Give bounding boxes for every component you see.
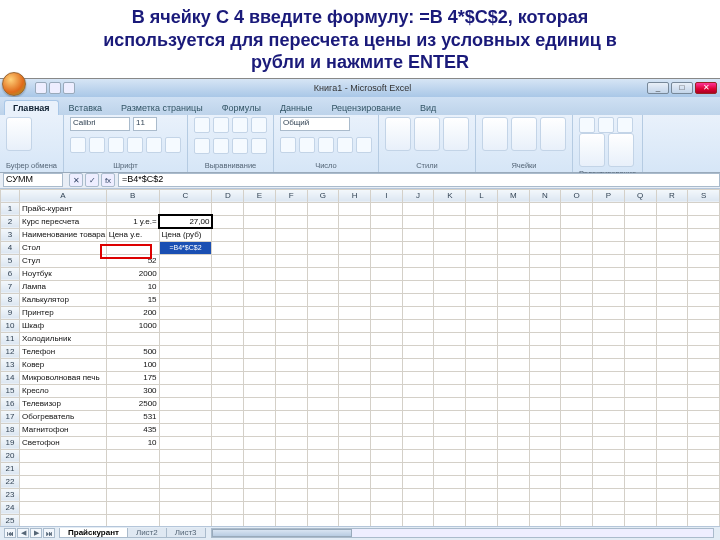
cell-O22[interactable] bbox=[561, 475, 593, 488]
align-mid-button[interactable] bbox=[213, 117, 229, 133]
cell-N11[interactable] bbox=[529, 332, 561, 345]
col-header-Q[interactable]: Q bbox=[624, 189, 656, 202]
cell-E22[interactable] bbox=[244, 475, 276, 488]
cell-M14[interactable] bbox=[497, 371, 529, 384]
select-all-cell[interactable] bbox=[1, 189, 20, 202]
cell-I9[interactable] bbox=[371, 306, 403, 319]
col-header-M[interactable]: M bbox=[497, 189, 529, 202]
cell-N25[interactable] bbox=[529, 514, 561, 526]
cell-O19[interactable] bbox=[561, 436, 593, 449]
cell-A21[interactable] bbox=[20, 462, 107, 475]
cell-I17[interactable] bbox=[371, 410, 403, 423]
cell-L1[interactable] bbox=[466, 202, 498, 215]
cell-O2[interactable] bbox=[561, 215, 593, 228]
cell-R7[interactable] bbox=[656, 280, 688, 293]
cell-H12[interactable] bbox=[339, 345, 371, 358]
cell-K1[interactable] bbox=[434, 202, 466, 215]
cell-Q5[interactable] bbox=[624, 254, 656, 267]
row-header-5[interactable]: 5 bbox=[1, 254, 20, 267]
cell-P24[interactable] bbox=[593, 501, 625, 514]
cell-O10[interactable] bbox=[561, 319, 593, 332]
cell-K11[interactable] bbox=[434, 332, 466, 345]
col-header-D[interactable]: D bbox=[212, 189, 244, 202]
cell-O14[interactable] bbox=[561, 371, 593, 384]
cell-E18[interactable] bbox=[244, 423, 276, 436]
cell-N14[interactable] bbox=[529, 371, 561, 384]
cell-P22[interactable] bbox=[593, 475, 625, 488]
cell-C3[interactable]: Цена (руб) bbox=[159, 228, 212, 241]
cell-K9[interactable] bbox=[434, 306, 466, 319]
italic-button[interactable] bbox=[89, 137, 105, 153]
sheet-nav-first[interactable]: ⏮ bbox=[4, 528, 16, 538]
cell-F6[interactable] bbox=[275, 267, 307, 280]
cell-F21[interactable] bbox=[275, 462, 307, 475]
cell-B3[interactable]: Цена у.е. bbox=[106, 228, 159, 241]
cell-A1[interactable]: Прайс-курант bbox=[20, 202, 107, 215]
cell-P10[interactable] bbox=[593, 319, 625, 332]
scrollbar-thumb[interactable] bbox=[212, 529, 352, 537]
cell-G7[interactable] bbox=[307, 280, 339, 293]
merge-button[interactable] bbox=[251, 138, 267, 154]
cell-D12[interactable] bbox=[212, 345, 244, 358]
cell-G16[interactable] bbox=[307, 397, 339, 410]
cell-C15[interactable] bbox=[159, 384, 212, 397]
cell-L6[interactable] bbox=[466, 267, 498, 280]
cell-G2[interactable] bbox=[307, 215, 339, 228]
cell-D21[interactable] bbox=[212, 462, 244, 475]
cell-O15[interactable] bbox=[561, 384, 593, 397]
cell-P9[interactable] bbox=[593, 306, 625, 319]
cell-M3[interactable] bbox=[497, 228, 529, 241]
cell-P8[interactable] bbox=[593, 293, 625, 306]
cell-I13[interactable] bbox=[371, 358, 403, 371]
cell-K20[interactable] bbox=[434, 449, 466, 462]
cell-H13[interactable] bbox=[339, 358, 371, 371]
cell-S15[interactable] bbox=[688, 384, 720, 397]
cell-H5[interactable] bbox=[339, 254, 371, 267]
cell-A18[interactable]: Магнитофон bbox=[20, 423, 107, 436]
cell-P4[interactable] bbox=[593, 241, 625, 254]
cell-R19[interactable] bbox=[656, 436, 688, 449]
cell-J4[interactable] bbox=[402, 241, 434, 254]
cell-O23[interactable] bbox=[561, 488, 593, 501]
fill-color-button[interactable] bbox=[146, 137, 162, 153]
cell-Q8[interactable] bbox=[624, 293, 656, 306]
cell-B10[interactable]: 1000 bbox=[106, 319, 159, 332]
cell-L16[interactable] bbox=[466, 397, 498, 410]
cell-J7[interactable] bbox=[402, 280, 434, 293]
cell-R6[interactable] bbox=[656, 267, 688, 280]
cell-H19[interactable] bbox=[339, 436, 371, 449]
cell-R17[interactable] bbox=[656, 410, 688, 423]
cell-G3[interactable] bbox=[307, 228, 339, 241]
cell-C19[interactable] bbox=[159, 436, 212, 449]
cell-M24[interactable] bbox=[497, 501, 529, 514]
cell-O17[interactable] bbox=[561, 410, 593, 423]
cell-E7[interactable] bbox=[244, 280, 276, 293]
align-left-button[interactable] bbox=[194, 138, 210, 154]
row-header-24[interactable]: 24 bbox=[1, 501, 20, 514]
col-header-H[interactable]: H bbox=[339, 189, 371, 202]
align-top-button[interactable] bbox=[194, 117, 210, 133]
cell-L19[interactable] bbox=[466, 436, 498, 449]
cell-G11[interactable] bbox=[307, 332, 339, 345]
cell-styles-button[interactable] bbox=[443, 117, 469, 151]
cell-C12[interactable] bbox=[159, 345, 212, 358]
cell-A23[interactable] bbox=[20, 488, 107, 501]
cell-Q7[interactable] bbox=[624, 280, 656, 293]
cell-M13[interactable] bbox=[497, 358, 529, 371]
cell-E12[interactable] bbox=[244, 345, 276, 358]
qa-save-icon[interactable] bbox=[35, 82, 47, 94]
cell-J17[interactable] bbox=[402, 410, 434, 423]
cell-E13[interactable] bbox=[244, 358, 276, 371]
cell-A20[interactable] bbox=[20, 449, 107, 462]
cell-L17[interactable] bbox=[466, 410, 498, 423]
cell-L11[interactable] bbox=[466, 332, 498, 345]
cell-N10[interactable] bbox=[529, 319, 561, 332]
cell-D2[interactable] bbox=[212, 215, 244, 228]
cell-D14[interactable] bbox=[212, 371, 244, 384]
spreadsheet-grid[interactable]: ABCDEFGHIJKLMNOPQRS1Прайс-курант2Курс пе… bbox=[0, 189, 720, 526]
cell-J14[interactable] bbox=[402, 371, 434, 384]
cell-Q20[interactable] bbox=[624, 449, 656, 462]
cell-J24[interactable] bbox=[402, 501, 434, 514]
horizontal-scrollbar[interactable] bbox=[211, 528, 714, 538]
row-header-25[interactable]: 25 bbox=[1, 514, 20, 526]
